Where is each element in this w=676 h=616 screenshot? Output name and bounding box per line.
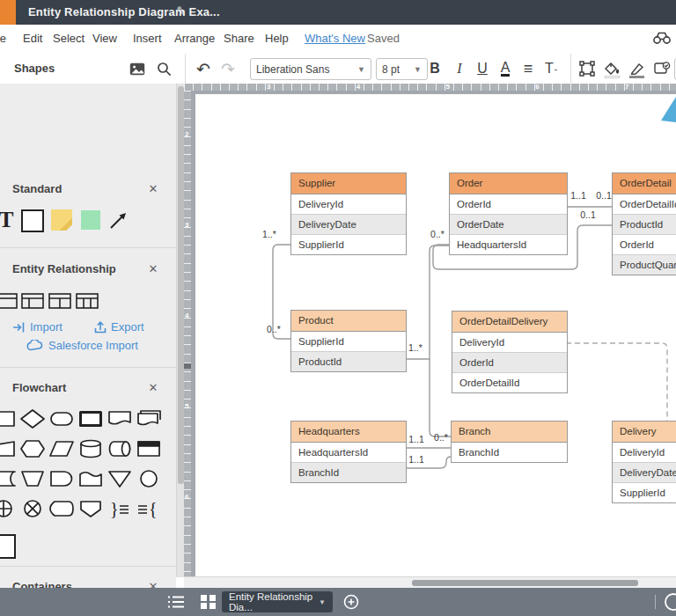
underline-button[interactable]: U <box>472 58 493 79</box>
export-link[interactable]: Export <box>94 320 144 334</box>
menu-file[interactable]: File <box>0 32 6 45</box>
shape-delay[interactable] <box>49 469 74 488</box>
shape-database-cylinder[interactable] <box>78 439 103 458</box>
entity-branch[interactable]: BranchBranchId <box>451 421 568 463</box>
entity-row[interactable]: DeliveryId <box>291 194 406 215</box>
shape-decision-diamond[interactable] <box>20 409 45 429</box>
shape-green-block[interactable] <box>81 210 100 230</box>
shape-rectangle[interactable] <box>0 409 16 429</box>
entity-row[interactable]: HeadquartersId <box>291 443 406 463</box>
align-button[interactable]: ≡ <box>518 58 539 79</box>
search-icon[interactable] <box>153 58 174 79</box>
shape-arrow[interactable] <box>107 209 130 231</box>
entity-row[interactable]: DeliveryId <box>613 443 676 463</box>
scrollbar-thumb[interactable] <box>412 580 638 586</box>
entity-header[interactable]: Branch <box>452 422 567 443</box>
menu-help[interactable]: Help <box>265 32 289 45</box>
entity-row[interactable]: BranchId <box>452 443 567 462</box>
page-grid-icon[interactable] <box>201 595 216 609</box>
entity-row[interactable]: ProductQuantity <box>613 255 676 275</box>
document-title[interactable]: Entity Relationship Diagram Exa... <box>28 5 220 18</box>
entity-row[interactable]: OrderDetailId <box>452 373 567 392</box>
menu-edit[interactable]: Edit <box>23 32 42 45</box>
shape-er-entity-3[interactable] <box>48 293 71 309</box>
close-icon[interactable]: ✕ <box>146 262 160 276</box>
entity-header[interactable]: OrderDetailDelivery <box>452 312 567 333</box>
undo-icon[interactable]: ↶ <box>193 58 214 79</box>
entity-row[interactable]: DeliveryId <box>452 333 567 353</box>
document-page[interactable] <box>195 94 676 576</box>
shape-style-check-icon[interactable] <box>651 58 672 79</box>
menu-insert[interactable]: Insert <box>133 32 162 45</box>
page-tab[interactable]: Entity Relationship Dia... ▼ <box>222 591 333 612</box>
shape-internal-storage[interactable] <box>136 439 161 458</box>
entity-row[interactable]: SupplierId <box>613 483 676 502</box>
menu-share[interactable]: Share <box>224 32 254 45</box>
shape-clipped[interactable] <box>0 534 16 559</box>
import-link[interactable]: Import <box>12 320 62 334</box>
shape-data-parallelogram[interactable] <box>49 439 74 458</box>
entity-row[interactable]: DeliveryDate <box>613 463 676 483</box>
entity-row[interactable]: ProductId <box>613 215 676 235</box>
page-list-icon[interactable] <box>167 595 185 609</box>
shape-merge-triangle[interactable] <box>107 469 132 488</box>
menu-select[interactable]: Select <box>53 32 84 45</box>
shape-manual-operation[interactable] <box>20 469 45 488</box>
shape-manual-input[interactable] <box>0 439 16 458</box>
fill-color-icon[interactable] <box>602 58 623 79</box>
entity-row[interactable]: OrderId <box>613 235 676 255</box>
entity-row[interactable]: DeliveryDate <box>291 215 406 235</box>
shape-stored-data[interactable] <box>0 469 16 488</box>
entity-row[interactable]: ProductId <box>291 352 406 371</box>
shape-document[interactable] <box>107 409 132 429</box>
bold-button[interactable]: B <box>424 58 445 79</box>
font-family-dropdown[interactable]: Liberation Sans ▼ <box>250 58 371 80</box>
help-circle-icon[interactable] <box>663 592 676 612</box>
shape-brace-right[interactable]: } <box>107 499 132 518</box>
shape-er-entity-2[interactable] <box>21 293 44 309</box>
shape-terminator[interactable] <box>49 409 74 429</box>
menu-arrange[interactable]: Arrange <box>174 32 215 45</box>
entity-row[interactable]: SupplierId <box>291 332 406 352</box>
shape-brace-left[interactable]: { <box>136 499 161 518</box>
entity-row[interactable]: HeadquartersId <box>450 235 567 254</box>
shape-predefined-process[interactable] <box>78 409 103 429</box>
entity-header[interactable]: Order <box>450 173 567 194</box>
text-color-button[interactable]: A <box>495 58 516 79</box>
entity-row[interactable]: BranchId <box>291 463 406 482</box>
entity-orderdetail[interactable]: OrderDetailOrderDetailIdProductIdOrderId… <box>612 172 676 275</box>
entity-order[interactable]: OrderOrderIdOrderDateHeadquartersId <box>449 172 568 255</box>
shape-connector-circle[interactable] <box>136 469 161 488</box>
line-color-icon[interactable] <box>627 58 648 79</box>
shape-rectangle[interactable] <box>21 209 44 232</box>
entity-product[interactable]: ProductSupplierIdProductId <box>290 310 407 372</box>
italic-button[interactable]: I <box>449 58 470 79</box>
shape-sticky-note[interactable] <box>51 209 72 231</box>
shape-display[interactable] <box>49 499 74 518</box>
shape-text[interactable]: T <box>0 208 18 232</box>
close-icon[interactable]: ✕ <box>146 580 160 588</box>
entity-header[interactable]: Product <box>291 311 406 332</box>
entity-header[interactable]: Headquarters <box>291 422 406 443</box>
entity-delivery[interactable]: DeliveryDeliveryIdDeliveryDateSupplierId <box>612 421 676 503</box>
close-icon[interactable]: ✕ <box>146 182 160 196</box>
scrollbar-thumb[interactable] <box>178 86 184 484</box>
shape-card[interactable] <box>78 469 103 488</box>
text-options-button[interactable]: T- <box>540 58 562 79</box>
entity-header[interactable]: Delivery <box>613 422 676 443</box>
entity-orderdetaildelivery[interactable]: OrderDetailDeliveryDeliveryIdOrderIdOrde… <box>452 311 568 393</box>
entity-supplier[interactable]: SupplierDeliveryIdDeliveryDateSupplierId <box>290 172 407 255</box>
whats-new-link[interactable]: What's New <box>305 32 365 45</box>
shape-or-junction[interactable] <box>0 499 16 518</box>
entity-headquarters[interactable]: HeadquartersHeadquartersIdBranchId <box>290 421 407 483</box>
close-icon[interactable]: ✕ <box>146 381 160 395</box>
shape-multi-document[interactable] <box>136 409 161 429</box>
shape-preparation-hexagon[interactable] <box>20 439 45 458</box>
binoculars-icon[interactable] <box>652 30 672 46</box>
menu-view[interactable]: View <box>92 32 117 45</box>
add-page-icon[interactable] <box>343 594 359 610</box>
entity-row[interactable]: OrderDetailId <box>613 194 676 215</box>
horizontal-scrollbar[interactable] <box>184 576 676 589</box>
shape-off-page-shield[interactable] <box>78 499 103 518</box>
shape-direct-data[interactable] <box>107 439 132 458</box>
